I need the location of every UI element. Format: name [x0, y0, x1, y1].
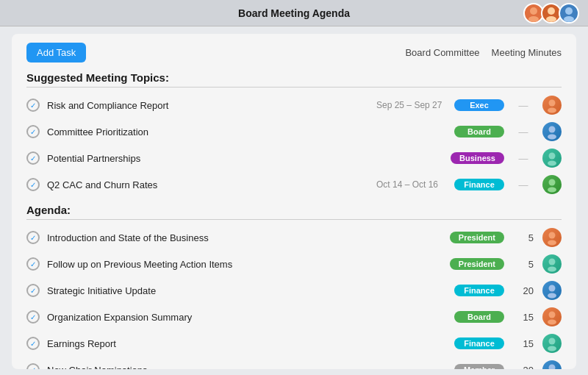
- add-task-button[interactable]: Add Task: [26, 43, 86, 63]
- task-avatar[interactable]: [542, 334, 562, 353]
- task-row: ✓ Organization Expansion Summary Board 1…: [26, 304, 562, 330]
- task-row: ✓ Strategic Initiative Update Finance 20: [26, 277, 562, 304]
- svg-point-11: [548, 161, 556, 166]
- svg-point-8: [549, 126, 556, 133]
- board-committee-link[interactable]: Board Committee: [405, 47, 479, 58]
- task-avatar[interactable]: [542, 307, 562, 326]
- svg-point-3: [546, 16, 556, 22]
- task-minutes: 30: [516, 365, 534, 370]
- task-checkbox[interactable]: ✓: [26, 151, 40, 165]
- avatar-group: [523, 3, 579, 24]
- task-avatar[interactable]: [542, 175, 562, 194]
- task-minutes: 5: [516, 259, 534, 270]
- toolbar: Add Task Board Committee Meeting Minutes: [26, 43, 562, 63]
- svg-point-10: [549, 153, 556, 160]
- toolbar-links: Board Committee Meeting Minutes: [405, 47, 562, 58]
- task-minutes: 15: [516, 312, 534, 323]
- task-minutes: 15: [516, 338, 534, 349]
- section-agenda-title: Agenda:: [26, 204, 562, 216]
- svg-point-7: [548, 108, 556, 113]
- task-row: ✓ Introduction and State of the Business…: [26, 224, 562, 251]
- task-row: ✓ Follow up on Previous Meeting Action I…: [26, 251, 562, 277]
- task-row: ✓ Committee Prioritization Board —: [26, 118, 562, 145]
- task-row: ✓ Potential Partnerships Business —: [26, 145, 562, 171]
- svg-point-4: [565, 7, 573, 15]
- task-avatar[interactable]: [542, 360, 562, 369]
- task-avatar[interactable]: [542, 254, 562, 274]
- task-minutes: 5: [516, 232, 534, 243]
- svg-point-6: [549, 100, 556, 107]
- task-name: Earnings Report: [47, 338, 454, 349]
- task-name: Potential Partnerships: [47, 153, 373, 164]
- task-avatar[interactable]: [542, 228, 562, 247]
- task-tag[interactable]: Member: [454, 364, 504, 369]
- task-tag[interactable]: Finance: [454, 179, 504, 190]
- avatar-3[interactable]: [559, 3, 579, 24]
- task-tag[interactable]: President: [450, 232, 504, 243]
- svg-point-19: [548, 293, 556, 299]
- task-tag[interactable]: Exec: [454, 99, 504, 111]
- task-name: Risk and Compliance Report: [47, 100, 376, 111]
- svg-point-2: [548, 7, 555, 15]
- section-agenda: Agenda: ✓ Introduction and State of the …: [26, 204, 562, 369]
- task-checkbox[interactable]: ✓: [26, 178, 40, 191]
- page-title: Board Meeting Agenda: [238, 7, 350, 19]
- task-tag[interactable]: Business: [451, 152, 504, 164]
- task-tag[interactable]: Finance: [454, 285, 504, 296]
- task-checkbox[interactable]: ✓: [26, 125, 40, 138]
- task-avatar[interactable]: [542, 149, 562, 168]
- task-name: Follow up on Previous Meeting Action Ite…: [47, 259, 450, 270]
- task-checkbox[interactable]: ✓: [26, 363, 40, 369]
- task-row: ✓ Q2 CAC and Churn Rates Oct 14 – Oct 16…: [26, 171, 562, 198]
- meeting-minutes-link[interactable]: Meeting Minutes: [492, 47, 562, 58]
- task-name: Q2 CAC and Churn Rates: [47, 179, 376, 190]
- svg-point-14: [549, 232, 556, 239]
- task-name: Introduction and State of the Business: [47, 232, 450, 243]
- task-checkbox[interactable]: ✓: [26, 231, 40, 244]
- top-bar: Board Meeting Agenda: [0, 0, 588, 26]
- task-tag[interactable]: Board: [454, 311, 504, 323]
- task-minutes: 20: [516, 285, 534, 296]
- task-tag[interactable]: Board: [454, 126, 504, 138]
- section-suggested: Suggested Meeting Topics: ✓ Risk and Com…: [26, 71, 562, 198]
- task-tag[interactable]: President: [450, 258, 504, 270]
- svg-point-13: [548, 188, 556, 193]
- task-date: Oct 14 – Oct 16: [376, 179, 442, 190]
- svg-point-24: [549, 365, 556, 370]
- svg-point-1: [528, 16, 539, 22]
- task-checkbox[interactable]: ✓: [26, 310, 40, 324]
- svg-point-5: [564, 16, 574, 22]
- svg-point-20: [549, 312, 556, 318]
- svg-point-17: [548, 267, 556, 272]
- svg-point-15: [548, 240, 556, 246]
- task-checkbox[interactable]: ✓: [26, 99, 40, 112]
- task-avatar[interactable]: [542, 122, 562, 141]
- task-row: ✓ New Chair Nominations Member 30: [26, 357, 562, 369]
- section-suggested-title: Suggested Meeting Topics:: [26, 71, 562, 84]
- task-avatar[interactable]: [542, 96, 562, 115]
- svg-point-12: [549, 179, 556, 186]
- task-dash: —: [516, 179, 531, 190]
- task-dash: —: [516, 126, 531, 138]
- svg-point-18: [549, 285, 556, 292]
- svg-point-22: [549, 338, 556, 345]
- task-name: Strategic Initiative Update: [47, 285, 454, 296]
- main-content: Add Task Board Committee Meeting Minutes…: [12, 34, 576, 369]
- task-checkbox[interactable]: ✓: [26, 284, 40, 297]
- task-date: Sep 25 – Sep 27: [376, 100, 442, 110]
- task-checkbox[interactable]: ✓: [26, 337, 40, 350]
- svg-point-9: [548, 135, 556, 140]
- task-name: Committee Prioritization: [47, 126, 376, 138]
- task-avatar[interactable]: [542, 281, 562, 300]
- task-tag[interactable]: Finance: [454, 338, 504, 349]
- task-dash: —: [516, 100, 531, 111]
- svg-point-23: [548, 346, 556, 351]
- task-checkbox[interactable]: ✓: [26, 257, 40, 271]
- svg-point-16: [549, 259, 556, 265]
- task-row: ✓ Earnings Report Finance 15: [26, 330, 562, 357]
- svg-point-0: [530, 7, 537, 15]
- task-name: Organization Expansion Summary: [47, 312, 454, 323]
- task-dash: —: [516, 153, 531, 164]
- task-name: New Chair Nominations: [47, 365, 454, 370]
- task-row: ✓ Risk and Compliance Report Sep 25 – Se…: [26, 92, 562, 118]
